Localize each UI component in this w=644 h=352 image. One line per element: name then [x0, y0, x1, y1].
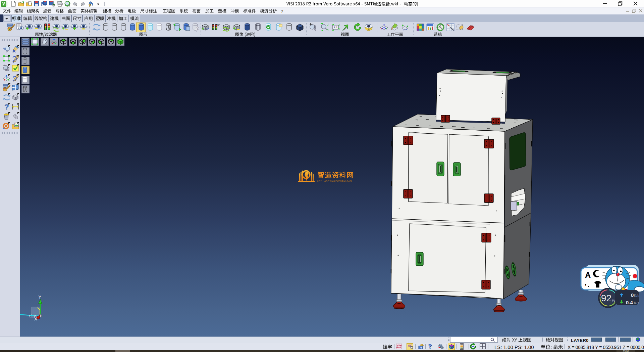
svg-text:1:1: 1:1	[334, 26, 338, 29]
svg-text:?: ?	[4, 103, 9, 111]
